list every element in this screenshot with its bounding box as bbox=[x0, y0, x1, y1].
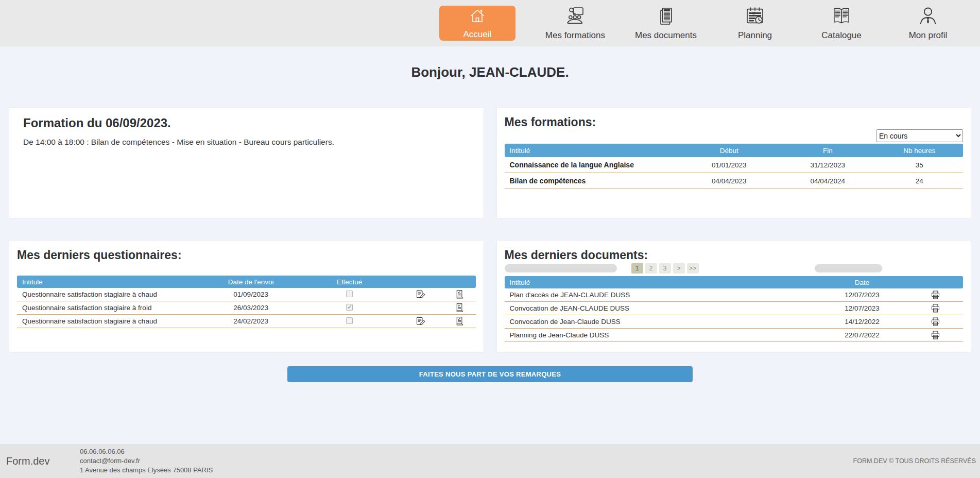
pagination-last-button[interactable]: >> bbox=[687, 263, 699, 274]
formation-end-cell: 31/12/2023 bbox=[780, 161, 876, 169]
notepad-pencil-icon bbox=[415, 289, 426, 300]
nav-item-label: Planning bbox=[738, 30, 772, 41]
footer: Form.dev 06.06.06.06.06 contact@form-dev… bbox=[0, 444, 980, 478]
document-title-cell: Convocation de Jean-Claude DUSS bbox=[505, 318, 817, 326]
print-document-button[interactable] bbox=[908, 330, 963, 340]
pagination-scrollbar-right bbox=[815, 264, 882, 272]
document-stack-icon bbox=[656, 6, 676, 29]
questionnaire-results-button[interactable] bbox=[443, 289, 475, 300]
next-formation-panel: Formation du 06/09/2023. De 14:00 à 18:0… bbox=[9, 107, 484, 218]
table-row[interactable]: Bilan de compétences 04/04/2023 04/04/20… bbox=[505, 173, 964, 189]
print-document-button[interactable] bbox=[908, 289, 963, 300]
questionnaires-panel-title: Mes derniers questionnaires: bbox=[9, 241, 484, 262]
col-date-envoi: Date de l'envoi bbox=[200, 278, 301, 286]
documents-panel-title: Mes derniers documents: bbox=[497, 241, 971, 262]
table-row: Convocation de JEAN-CLAUDE DUSS 12/07/20… bbox=[505, 302, 964, 315]
bottom-panels-row: Mes derniers questionnaires: Intitule Da… bbox=[0, 240, 980, 353]
pagination-page-2[interactable]: 2 bbox=[645, 263, 657, 274]
document-date-cell: 12/07/2023 bbox=[816, 291, 908, 299]
table-row: Plan d'accès de JEAN-CLAUDE DUSS 12/07/2… bbox=[505, 288, 964, 302]
footer-address: 1 Avenue des champs Elysées 75008 PARIS bbox=[80, 466, 213, 475]
fill-questionnaire-button[interactable] bbox=[398, 289, 443, 300]
nav-item-label: Mes documents bbox=[635, 30, 697, 41]
remarks-button[interactable]: FAITES NOUS PART DE VOS REMARQUES bbox=[287, 366, 693, 382]
documents-panel: Mes derniers documents: 1 2 3 > >> Intit… bbox=[496, 240, 972, 353]
results-document-icon bbox=[454, 316, 465, 327]
nav-item-catalogue[interactable]: Catalogue bbox=[813, 6, 870, 41]
printer-icon bbox=[930, 316, 941, 327]
formations-status-select[interactable]: En cours bbox=[876, 129, 963, 142]
formations-panel-title: Mes formations: bbox=[497, 108, 971, 129]
print-document-button[interactable] bbox=[908, 303, 963, 314]
questionnaire-results-button[interactable] bbox=[443, 302, 475, 313]
pagination-scrollbar-left bbox=[505, 264, 617, 272]
table-row[interactable]: Connaissance de la langue Anglaise 01/01… bbox=[505, 157, 964, 173]
col-nb-heures: Nb heures bbox=[876, 147, 963, 155]
formations-table: Intitulé Début Fin Nb heures Connaissanc… bbox=[505, 144, 964, 189]
nav-item-label: Mon profil bbox=[909, 30, 948, 41]
effectue-checkbox bbox=[346, 317, 353, 324]
formation-hours-cell: 35 bbox=[876, 161, 963, 169]
pagination-next-button[interactable]: > bbox=[673, 263, 685, 274]
print-document-button[interactable] bbox=[908, 316, 963, 327]
questionnaires-panel: Mes derniers questionnaires: Intitule Da… bbox=[9, 240, 484, 353]
nav-item-label: Accueil bbox=[463, 29, 491, 40]
nav-item-label: Catalogue bbox=[821, 30, 862, 41]
nav-item-planning[interactable]: Planning bbox=[727, 6, 783, 41]
formation-end-cell: 04/04/2024 bbox=[780, 177, 876, 185]
pagination-page-1[interactable]: 1 bbox=[631, 263, 643, 274]
printer-icon bbox=[930, 303, 941, 314]
pagination-page-3[interactable]: 3 bbox=[659, 263, 671, 274]
top-navigation: Accueil Mes formations Mes documents bbox=[0, 0, 980, 46]
table-row: Convocation de Jean-Claude DUSS 14/12/20… bbox=[505, 315, 964, 329]
questionnaire-date-cell: 26/03/2023 bbox=[200, 304, 301, 312]
formation-title-cell: Connaissance de la langue Anglaise bbox=[505, 161, 679, 169]
documents-table-header: Intitulé Date bbox=[505, 276, 964, 288]
col-intitule: Intitulé bbox=[505, 279, 817, 286]
footer-phone: 06.06.06.06.06 bbox=[80, 447, 213, 456]
nav-item-mes-formations[interactable]: Mes formations bbox=[545, 6, 605, 41]
col-date: Date bbox=[816, 279, 908, 286]
fill-questionnaire-button[interactable] bbox=[398, 316, 443, 327]
table-row: Questionnaire satisfaction stagiaire à c… bbox=[17, 315, 476, 328]
document-date-cell: 12/07/2023 bbox=[816, 304, 908, 312]
formation-description: De 14:00 à 18:00 : Bilan de compétences … bbox=[9, 130, 484, 147]
questionnaire-title-cell: Questionnaire satisfaction stagiaire à c… bbox=[17, 291, 200, 298]
results-document-icon bbox=[454, 302, 465, 313]
formation-hours-cell: 24 bbox=[876, 177, 963, 185]
table-row: Planning de Jean-Claude DUSS 22/07/2022 bbox=[505, 329, 964, 342]
nav-item-mon-profil[interactable]: Mon profil bbox=[900, 6, 956, 41]
top-panels-row: Formation du 06/09/2023. De 14:00 à 18:0… bbox=[0, 107, 980, 218]
table-row: Questionnaire satisfaction stagiaire à f… bbox=[17, 301, 476, 315]
questionnaires-table-header: Intitule Date de l'envoi Effectué bbox=[17, 276, 476, 288]
greeting-text: Bonjour, JEAN-CLAUDE. bbox=[0, 64, 980, 80]
results-document-icon bbox=[454, 289, 465, 300]
footer-email[interactable]: contact@form-dev.fr bbox=[80, 456, 213, 466]
document-title-cell: Convocation de JEAN-CLAUDE DUSS bbox=[505, 304, 817, 312]
document-date-cell: 14/12/2022 bbox=[816, 318, 908, 326]
documents-pagination: 1 2 3 > >> bbox=[505, 263, 964, 274]
footer-copyright: FORM.DEV © TOUS DROITS RÉSERVÉS bbox=[853, 457, 980, 465]
effectue-checkbox bbox=[346, 291, 353, 297]
questionnaire-title-cell: Questionnaire satisfaction stagiaire à f… bbox=[17, 304, 200, 312]
questionnaire-results-button[interactable] bbox=[443, 316, 475, 327]
questionnaire-date-cell: 24/02/2023 bbox=[200, 317, 301, 325]
effectue-checkbox bbox=[346, 304, 353, 311]
formations-table-header: Intitulé Début Fin Nb heures bbox=[505, 144, 964, 157]
footer-contact-block: 06.06.06.06.06 contact@form-dev.fr 1 Ave… bbox=[80, 447, 213, 475]
calendar-clock-icon bbox=[745, 6, 765, 29]
nav-item-accueil[interactable]: Accueil bbox=[439, 6, 515, 41]
formation-panel-title: Formation du 06/09/2023. bbox=[9, 108, 484, 130]
document-title-cell: Planning de Jean-Claude DUSS bbox=[505, 331, 817, 339]
footer-brand: Form.dev bbox=[0, 455, 80, 467]
printer-icon bbox=[930, 330, 941, 340]
formation-start-cell: 04/04/2023 bbox=[679, 177, 780, 185]
document-date-cell: 22/07/2022 bbox=[816, 331, 908, 339]
nav-item-mes-documents[interactable]: Mes documents bbox=[635, 6, 697, 41]
nav-item-label: Mes formations bbox=[545, 30, 605, 41]
questionnaires-table: Intitule Date de l'envoi Effectué Questi… bbox=[17, 276, 476, 328]
col-debut: Début bbox=[679, 147, 780, 155]
document-title-cell: Plan d'accès de JEAN-CLAUDE DUSS bbox=[505, 291, 817, 299]
documents-table: Intitulé Date Plan d'accès de JEAN-CLAUD… bbox=[505, 276, 964, 342]
questionnaire-date-cell: 01/09/2023 bbox=[200, 291, 301, 298]
